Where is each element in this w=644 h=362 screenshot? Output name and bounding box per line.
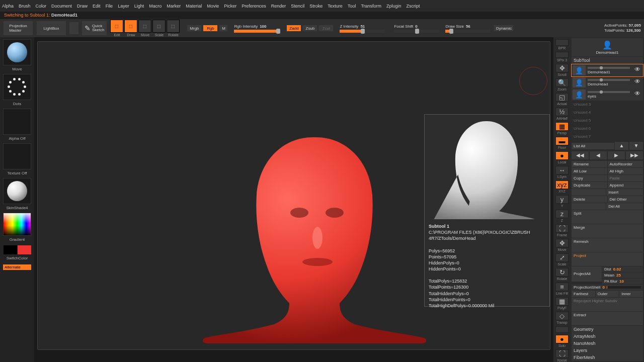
menu-picker[interactable]: Picker — [224, 4, 236, 9]
section-geometry[interactable]: Geometry — [572, 326, 643, 333]
draw-button[interactable]: ⬚ — [124, 20, 137, 33]
z-intensity-slider[interactable]: Z Intensity 51 — [340, 24, 385, 33]
move-down-button[interactable]: ▼ — [629, 142, 643, 150]
dynamic-button[interactable]: Dynamic — [494, 25, 514, 32]
actual-button[interactable]: ◱ — [555, 93, 569, 102]
projshell-slider[interactable]: ProjectionShell0 — [572, 285, 643, 290]
transp-button[interactable]: ◇ — [555, 312, 569, 320]
menu-transform[interactable]: Transform — [361, 4, 381, 9]
alpha-tile[interactable] — [3, 109, 31, 135]
farthest-button[interactable]: Farthest — [572, 291, 595, 297]
rotate-button[interactable]: ⬚ — [167, 20, 180, 33]
subtool-row[interactable]: 👤DemoHead👁 — [572, 76, 643, 88]
delall-button[interactable]: Del All — [606, 203, 643, 210]
menu-stencil[interactable]: Stencil — [291, 4, 304, 9]
frame-button[interactable]: ⛶ — [555, 224, 569, 233]
aahalf-button[interactable]: ½ — [555, 108, 569, 116]
dist-slider[interactable]: Dist0.02 — [602, 266, 643, 272]
move-button[interactable]: ⬚ — [138, 20, 151, 33]
m-button[interactable]: M — [219, 25, 228, 32]
menu-color[interactable]: Color — [36, 4, 47, 9]
menu-zplugin[interactable]: Zplugin — [386, 4, 401, 9]
solo-button[interactable]: ● — [555, 335, 569, 343]
texture-tile[interactable] — [3, 143, 31, 169]
delete-button[interactable]: Delete — [572, 196, 607, 203]
menu-light[interactable]: Light — [134, 4, 144, 9]
split-button[interactable]: Split — [572, 210, 643, 224]
lsym-button[interactable]: ↔ — [555, 166, 569, 174]
menu-movie[interactable]: Movie — [207, 4, 219, 9]
rotate2-button[interactable]: ↻ — [555, 268, 569, 277]
zadd-button[interactable]: Zadd — [286, 25, 301, 32]
list-all-button[interactable]: List All — [572, 143, 614, 149]
prev-button[interactable]: ◀ — [590, 151, 607, 159]
brush-tile[interactable] — [3, 39, 31, 65]
menu-texture[interactable]: Texture — [328, 4, 343, 9]
polyf-button[interactable]: ▦ — [555, 297, 569, 306]
zoom-button[interactable]: 🔍 — [555, 78, 569, 87]
floor-button[interactable]: ▬ — [555, 137, 569, 145]
rgb-intensity-slider[interactable]: Rgb Intensity 100 — [234, 24, 279, 33]
scale2-button[interactable]: ⤢ — [555, 253, 569, 262]
draw-size-slider[interactable]: Draw Size 56 — [445, 24, 491, 33]
bpr-button[interactable] — [555, 39, 569, 46]
paste-button[interactable]: Paste — [608, 175, 643, 182]
extract-button[interactable]: Extract — [572, 312, 643, 325]
alllow-button[interactable]: All Low — [572, 168, 607, 174]
visibility-toggle[interactable]: 👁 — [633, 66, 642, 75]
scale-button[interactable]: ⬚ — [152, 20, 166, 33]
next-all-button[interactable]: ▶▶ — [626, 151, 643, 159]
subtool-row[interactable]: 👤eyes👁 — [572, 88, 643, 101]
merge-button[interactable]: Merge — [572, 224, 643, 238]
color-picker[interactable] — [3, 213, 31, 236]
lightbox-button[interactable]: LightBox — [36, 21, 66, 36]
pablur-slider[interactable]: PA Blur10 — [602, 279, 643, 284]
rgb-button[interactable]: Rgb — [203, 25, 218, 32]
local-button[interactable]: ● — [555, 151, 569, 160]
xyz-button[interactable]: xyz — [555, 180, 569, 189]
menu-marker[interactable]: Marker — [167, 4, 181, 9]
zcut-button[interactable]: Zcut — [318, 25, 334, 32]
reproject-button[interactable]: Reproject Higher Subdiv — [572, 298, 643, 311]
subtool-section-header[interactable]: SubTool — [572, 57, 643, 64]
menu-layer[interactable]: Layer — [118, 4, 129, 9]
material-tile[interactable] — [3, 178, 31, 204]
zsub-button[interactable]: Zsub — [302, 25, 317, 32]
menu-stroke[interactable]: Stroke — [309, 4, 323, 9]
outer-button[interactable]: Outer — [596, 291, 619, 297]
subtool-row[interactable]: 👤DemoHead1👁 — [572, 64, 643, 76]
y-button[interactable]: y — [555, 195, 569, 204]
project-button[interactable]: Project — [572, 252, 643, 266]
move-up-button[interactable]: ▲ — [615, 142, 628, 150]
current-tool-thumb[interactable]: 👤 DemoHead1 — [572, 38, 643, 56]
mrgb-button[interactable]: Mrgb — [187, 25, 202, 32]
prev-all-button[interactable]: ◀◀ — [572, 151, 589, 159]
color-swatches[interactable] — [4, 245, 31, 254]
projection-master-button[interactable]: Projection Master — [3, 21, 33, 36]
section-arraymesh[interactable]: ArrayMesh — [572, 333, 643, 340]
section-fibermesh[interactable]: FiberMesh — [572, 354, 643, 361]
menu-document[interactable]: Document — [51, 4, 72, 9]
edit-button[interactable]: ⬚ — [110, 20, 123, 33]
alternate-button[interactable]: Alternate — [3, 264, 31, 270]
z-button[interactable]: z — [555, 210, 569, 218]
menu-file[interactable]: File — [106, 4, 113, 9]
projectall-button[interactable]: ProjectAll — [572, 266, 602, 282]
autoreorder-button[interactable]: AutoReorder — [608, 161, 643, 167]
mean-slider[interactable]: Mean25 — [602, 273, 643, 278]
linefill-button[interactable]: ≡ — [555, 283, 569, 291]
append-button[interactable]: Append — [608, 182, 643, 189]
insert-button[interactable]: Insert — [606, 189, 643, 196]
inner-button[interactable]: Inner — [619, 291, 643, 297]
visibility-toggle[interactable]: 👁 — [633, 78, 642, 87]
copy-button[interactable]: Copy — [572, 175, 607, 182]
focal-shift-slider[interactable]: Focal Shift 0 — [394, 24, 439, 33]
menu-tool[interactable]: Tool — [348, 4, 356, 9]
viewport[interactable]: Subtool 1 C:\PROGRAM FILES (X86)\PIXOLOG… — [37, 41, 550, 350]
section-nanomesh[interactable]: NanoMesh — [572, 340, 643, 347]
menu-preferences[interactable]: Preferences — [242, 4, 266, 9]
menu-zscript[interactable]: Zscript — [407, 4, 420, 9]
quicksketch-button[interactable]: ✎Quick Sketch — [82, 21, 107, 36]
menu-alpha[interactable]: Alpha — [2, 4, 14, 9]
menu-draw[interactable]: Draw — [77, 4, 88, 9]
